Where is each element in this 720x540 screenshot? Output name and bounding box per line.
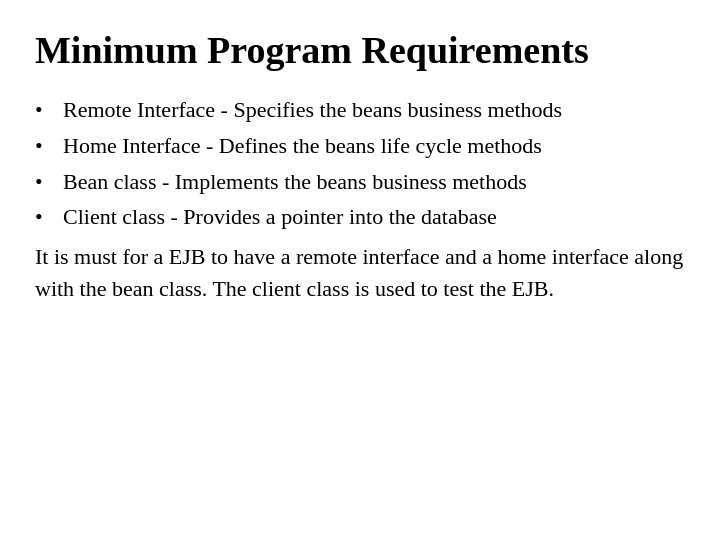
bullet-icon: • (35, 201, 63, 233)
paragraph-text: It is must for a EJB to have a remote in… (35, 241, 685, 305)
slide-title: Minimum Program Requirements (35, 30, 685, 72)
list-item: • Home Interface - Defines the beans lif… (35, 130, 685, 162)
list-item-text: Remote Interface - Specifies the beans b… (63, 94, 685, 126)
list-item: • Remote Interface - Specifies the beans… (35, 94, 685, 126)
slide-content: • Remote Interface - Specifies the beans… (35, 94, 685, 305)
list-item: • Bean class - Implements the beans busi… (35, 166, 685, 198)
list-item: • Client class - Provides a pointer into… (35, 201, 685, 233)
list-item-text: Bean class - Implements the beans busine… (63, 166, 685, 198)
bullet-icon: • (35, 130, 63, 162)
bullet-icon: • (35, 166, 63, 198)
bullet-list: • Remote Interface - Specifies the beans… (35, 94, 685, 234)
bullet-icon: • (35, 94, 63, 126)
list-item-text: Client class - Provides a pointer into t… (63, 201, 685, 233)
list-item-text: Home Interface - Defines the beans life … (63, 130, 685, 162)
slide: Minimum Program Requirements • Remote In… (0, 0, 720, 540)
